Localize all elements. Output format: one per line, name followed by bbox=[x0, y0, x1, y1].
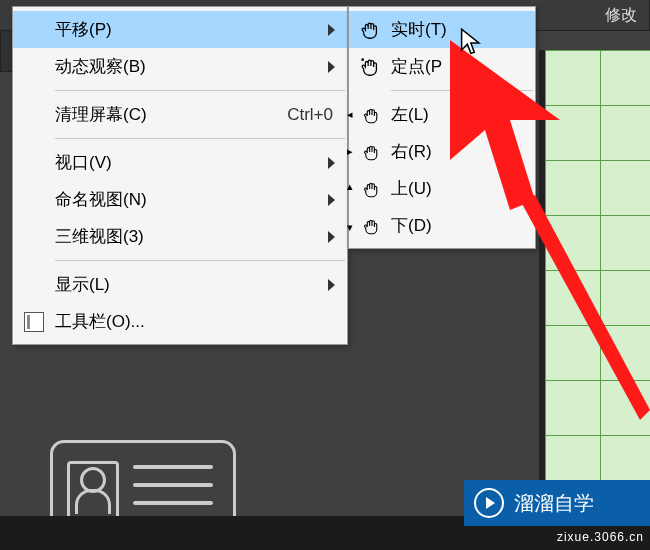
submenu-item-down[interactable]: ▾ 下(D) bbox=[349, 207, 535, 244]
menu-separator bbox=[55, 260, 345, 261]
submenu-arrow-icon bbox=[328, 194, 335, 206]
hand-right-icon: ▸ bbox=[349, 141, 391, 163]
avatar-body bbox=[75, 489, 111, 514]
menu-item-label: 平移(P) bbox=[55, 18, 333, 41]
menu-item-named-views[interactable]: 命名视图(N) bbox=[13, 181, 347, 218]
card-line bbox=[133, 465, 213, 469]
menu-item-label: 视口(V) bbox=[55, 151, 333, 174]
submenu-item-point[interactable]: 定点(P bbox=[349, 48, 535, 85]
menu-item-label: 显示(L) bbox=[55, 273, 333, 296]
submenu-arrow-icon bbox=[328, 231, 335, 243]
submenu-arrow-icon bbox=[328, 24, 335, 36]
watermark-url: zixue.3066.cn bbox=[557, 530, 644, 544]
menu-item-orbit[interactable]: 动态观察(B) bbox=[13, 48, 347, 85]
menu-item-label: 三维视图(3) bbox=[55, 225, 333, 248]
menu-item-label: 清理屏幕(C) bbox=[55, 103, 257, 126]
menu-modify[interactable]: 修改 bbox=[593, 0, 650, 30]
menu-item-3d-views[interactable]: 三维视图(3) bbox=[13, 218, 347, 255]
menu-item-display[interactable]: 显示(L) bbox=[13, 266, 347, 303]
context-menu-main: 平移(P) 动态观察(B) 清理屏幕(C) Ctrl+0 视口(V) 命名视图(… bbox=[12, 6, 348, 345]
drawing-canvas[interactable] bbox=[545, 50, 650, 550]
menu-item-toolbars[interactable]: 工具栏(O)... bbox=[13, 303, 347, 340]
menu-modify-label: 修改 bbox=[605, 5, 637, 26]
menu-separator bbox=[55, 90, 345, 91]
menu-separator bbox=[391, 90, 533, 91]
watermark-brand: 溜溜自学 bbox=[514, 490, 594, 517]
hand-down-icon: ▾ bbox=[349, 215, 391, 237]
watermark-banner: 溜溜自学 bbox=[464, 480, 650, 526]
submenu-item-label: 实时(T) bbox=[391, 18, 521, 41]
submenu-arrow-icon bbox=[328, 279, 335, 291]
hand-left-icon: ◂ bbox=[349, 104, 391, 126]
submenu-item-label: 下(D) bbox=[391, 214, 521, 237]
menu-item-label: 动态观察(B) bbox=[55, 55, 333, 78]
card-line bbox=[133, 483, 213, 487]
play-icon bbox=[474, 488, 504, 518]
menu-item-viewport[interactable]: 视口(V) bbox=[13, 144, 347, 181]
hand-up-icon: ▴ bbox=[349, 178, 391, 200]
menu-item-pan[interactable]: 平移(P) bbox=[13, 11, 347, 48]
menu-item-shortcut: Ctrl+0 bbox=[287, 105, 333, 125]
submenu-item-up[interactable]: ▴ 上(U) bbox=[349, 170, 535, 207]
card-line bbox=[133, 501, 213, 505]
svg-point-0 bbox=[361, 58, 364, 61]
menu-item-label: 工具栏(O)... bbox=[55, 310, 333, 333]
submenu-item-left[interactable]: ◂ 左(L) bbox=[349, 96, 535, 133]
menu-separator bbox=[55, 138, 345, 139]
submenu-item-label: 右(R) bbox=[391, 140, 521, 163]
menu-item-label: 命名视图(N) bbox=[55, 188, 333, 211]
submenu-item-label: 左(L) bbox=[391, 103, 521, 126]
context-menu-pan-sub: 实时(T) 定点(P ◂ 左(L) ▸ 右(R) ▴ 上(U) ▾ 下(D) bbox=[348, 6, 536, 249]
submenu-item-label: 定点(P bbox=[391, 55, 521, 78]
toolbar-icon bbox=[13, 312, 55, 332]
menu-item-clean-screen[interactable]: 清理屏幕(C) Ctrl+0 bbox=[13, 96, 347, 133]
submenu-item-right[interactable]: ▸ 右(R) bbox=[349, 133, 535, 170]
submenu-arrow-icon bbox=[328, 61, 335, 73]
hand-point-icon bbox=[349, 56, 391, 78]
submenu-item-label: 上(U) bbox=[391, 177, 521, 200]
submenu-arrow-icon bbox=[328, 157, 335, 169]
submenu-item-realtime[interactable]: 实时(T) bbox=[349, 11, 535, 48]
hand-icon bbox=[349, 19, 391, 41]
